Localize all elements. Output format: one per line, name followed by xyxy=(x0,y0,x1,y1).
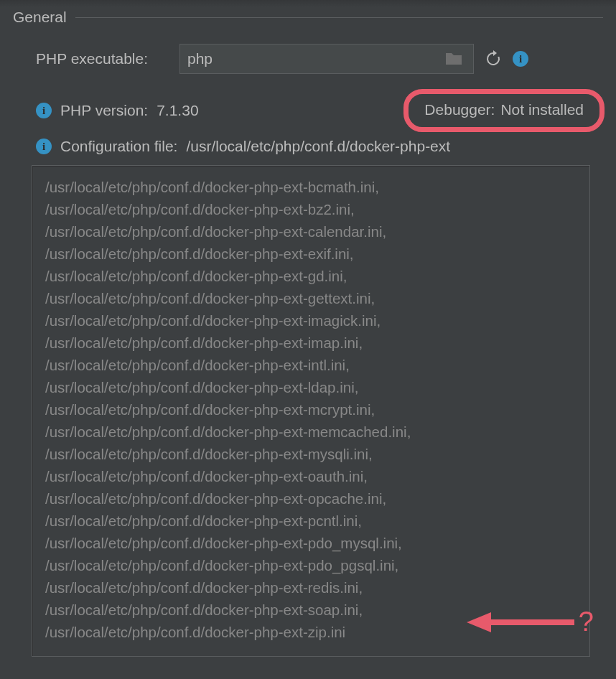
configuration-line: /usr/local/etc/php/conf.d/docker-php-ext… xyxy=(45,243,577,265)
php-executable-input[interactable]: php xyxy=(179,44,474,74)
configuration-path: /usr/local/etc/php/conf.d/docker-php-ext xyxy=(186,138,450,155)
info-icon[interactable]: i xyxy=(513,51,528,67)
php-version-label: PHP version: xyxy=(60,102,148,119)
configuration-line: /usr/local/etc/php/conf.d/docker-php-ext… xyxy=(45,398,577,421)
info-icon[interactable]: i xyxy=(36,103,52,118)
separator xyxy=(75,17,603,18)
section-header: General xyxy=(13,9,603,26)
php-executable-value: php xyxy=(187,50,213,67)
configuration-line: /usr/local/etc/php/conf.d/docker-php-ext… xyxy=(45,287,577,309)
configuration-line: /usr/local/etc/php/conf.d/docker-php-ext… xyxy=(45,421,577,443)
configuration-line: /usr/local/etc/php/conf.d/docker-php-ext… xyxy=(45,621,577,643)
configuration-line: /usr/local/etc/php/conf.d/docker-php-ext… xyxy=(45,176,577,198)
configuration-row: i Configuration file: /usr/local/etc/php… xyxy=(36,138,603,155)
php-executable-label: PHP executable: xyxy=(36,50,172,67)
debugger-highlight: Debugger: Not installed xyxy=(403,89,605,132)
configuration-line: /usr/local/etc/php/conf.d/docker-php-ext… xyxy=(45,576,577,599)
configuration-line: /usr/local/etc/php/conf.d/docker-php-ext… xyxy=(45,465,577,487)
info-icon[interactable]: i xyxy=(36,139,52,154)
configuration-line: /usr/local/etc/php/conf.d/docker-php-ext… xyxy=(45,265,577,287)
configuration-line: /usr/local/etc/php/conf.d/docker-php-ext… xyxy=(45,332,577,354)
debugger-value: Not installed xyxy=(500,101,584,118)
configuration-line: /usr/local/etc/php/conf.d/docker-php-ext… xyxy=(45,309,577,332)
section-title: General xyxy=(13,9,67,26)
configuration-line: /usr/local/etc/php/conf.d/docker-php-ext… xyxy=(45,487,577,510)
php-version-value: 7.1.30 xyxy=(157,102,198,119)
debugger-label: Debugger: xyxy=(424,101,495,118)
configuration-label: Configuration file: xyxy=(60,138,177,155)
php-version-row: i PHP version: 7.1.30 Debugger: Not inst… xyxy=(36,89,603,132)
php-executable-row: PHP executable: php i xyxy=(36,42,603,76)
configuration-line: /usr/local/etc/php/conf.d/docker-php-ext… xyxy=(45,599,577,621)
configuration-line: /usr/local/etc/php/conf.d/docker-php-ext… xyxy=(45,354,577,376)
configuration-list[interactable]: /usr/local/etc/php/conf.d/docker-php-ext… xyxy=(32,165,590,657)
annotation-text: ? xyxy=(579,607,594,637)
reload-icon[interactable] xyxy=(481,47,505,71)
configuration-line: /usr/local/etc/php/conf.d/docker-php-ext… xyxy=(45,443,577,465)
configuration-line: /usr/local/etc/php/conf.d/docker-php-ext… xyxy=(45,220,577,243)
configuration-line: /usr/local/etc/php/conf.d/docker-php-ext… xyxy=(45,532,577,554)
configuration-line: /usr/local/etc/php/conf.d/docker-php-ext… xyxy=(45,510,577,532)
browse-icon[interactable] xyxy=(442,47,466,71)
configuration-line: /usr/local/etc/php/conf.d/docker-php-ext… xyxy=(45,554,577,576)
configuration-line: /usr/local/etc/php/conf.d/docker-php-ext… xyxy=(45,198,577,220)
configuration-line: /usr/local/etc/php/conf.d/docker-php-ext… xyxy=(45,376,577,398)
